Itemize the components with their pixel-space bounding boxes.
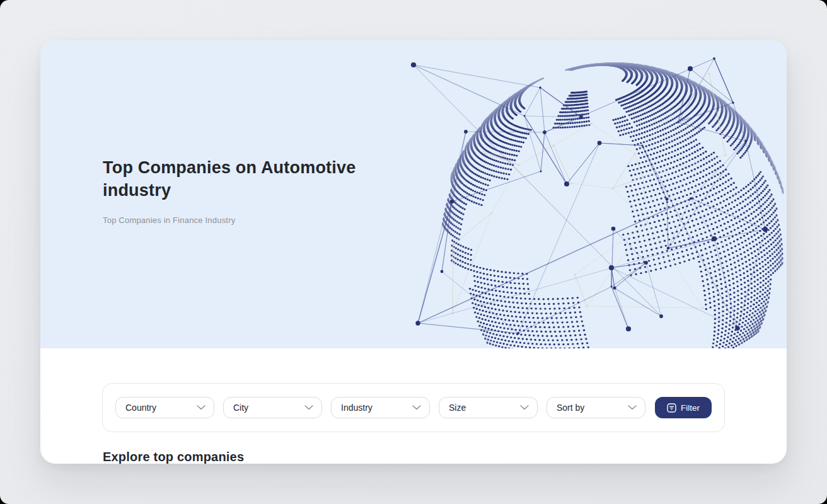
chevron-down-icon [412,405,421,410]
dropdown-label: Size [449,403,466,413]
filter-dropdown-sort-by[interactable]: Sort by [547,397,645,418]
hero-section: Top Companies on Automotive industry Top… [40,40,787,348]
dropdown-label: Country [125,403,156,413]
hero-copy: Top Companies on Automotive industry Top… [103,156,393,225]
filter-icon [667,403,676,413]
chevron-down-icon [520,405,529,410]
filter-bar: Country City Industry Size Sort by [102,383,725,432]
chevron-down-icon [628,405,637,410]
dropdown-label: City [233,403,248,413]
app-window: Top Companies on Automotive industry Top… [0,0,827,504]
page-title: Top Companies on Automotive industry [103,156,380,202]
filter-dropdown-city[interactable]: City [223,397,322,418]
filter-button[interactable]: Filter [655,397,712,418]
main-card: Top Companies on Automotive industry Top… [40,40,787,464]
page-subtitle: Top Companies in Finance Industry [103,215,393,225]
filter-dropdown-industry[interactable]: Industry [331,397,430,418]
dropdown-label: Industry [341,403,373,413]
chevron-down-icon [197,405,205,410]
filter-dropdown-size[interactable]: Size [439,397,538,418]
dropdown-label: Sort by [557,403,584,413]
section-heading: Explore top companies [103,450,244,464]
filter-button-label: Filter [681,403,700,413]
chevron-down-icon [304,405,313,410]
filter-dropdown-country[interactable]: Country [115,397,214,418]
